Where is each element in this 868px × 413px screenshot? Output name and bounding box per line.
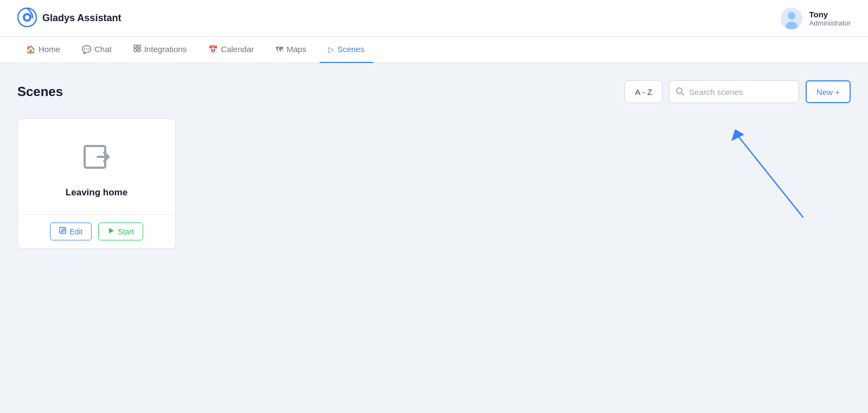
edit-label: Edit bbox=[69, 227, 82, 236]
nav-item-chat[interactable]: 💬 Chat bbox=[73, 37, 120, 63]
scenes-icon: ▷ bbox=[328, 45, 334, 54]
leaving-home-icon bbox=[80, 141, 113, 177]
svg-point-4 bbox=[788, 12, 795, 20]
scene-card: Leaving home Edit bbox=[17, 118, 176, 249]
svg-rect-8 bbox=[134, 49, 137, 52]
calendar-icon: 📅 bbox=[208, 45, 218, 54]
scene-card-footer: Edit Start bbox=[18, 214, 175, 248]
search-icon bbox=[675, 87, 684, 97]
edit-button[interactable]: Edit bbox=[50, 223, 92, 240]
edit-icon bbox=[59, 227, 67, 236]
user-info: Tony Administrator bbox=[809, 10, 851, 27]
start-label: Start bbox=[118, 227, 134, 236]
nav: 🏠 Home 💬 Chat Integrations 📅 Calendar 🗺 … bbox=[0, 37, 868, 63]
page-controls: A - Z New + bbox=[624, 80, 851, 103]
nav-label-calendar: Calendar bbox=[221, 45, 254, 54]
logo-icon bbox=[17, 8, 37, 29]
scene-name: Leaving home bbox=[66, 187, 127, 198]
nav-label-home: Home bbox=[39, 45, 60, 54]
nav-item-integrations[interactable]: Integrations bbox=[125, 37, 195, 63]
scenes-grid: Leaving home Edit bbox=[17, 118, 851, 249]
search-input[interactable] bbox=[669, 80, 799, 103]
nav-label-scenes: Scenes bbox=[337, 45, 365, 54]
nav-item-home[interactable]: 🏠 Home bbox=[17, 37, 69, 63]
home-icon: 🏠 bbox=[26, 45, 35, 54]
header: Gladys Assistant Tony Administrator bbox=[0, 0, 868, 37]
svg-rect-9 bbox=[138, 49, 141, 52]
avatar bbox=[781, 8, 802, 29]
user-role: Administrator bbox=[809, 19, 851, 27]
app-title: Gladys Assistant bbox=[42, 12, 121, 24]
main-content: Scenes A - Z New + bbox=[0, 63, 868, 413]
page-header: Scenes A - Z New + bbox=[17, 80, 851, 103]
start-icon bbox=[107, 227, 115, 236]
user-name: Tony bbox=[809, 10, 828, 19]
svg-rect-7 bbox=[138, 45, 141, 48]
page-title: Scenes bbox=[17, 84, 63, 99]
new-button[interactable]: New + bbox=[806, 80, 851, 103]
search-wrapper bbox=[669, 80, 799, 103]
chat-icon: 💬 bbox=[82, 45, 91, 54]
integrations-icon bbox=[133, 45, 141, 54]
maps-icon: 🗺 bbox=[276, 45, 283, 54]
svg-marker-15 bbox=[109, 228, 114, 233]
nav-item-calendar[interactable]: 📅 Calendar bbox=[200, 37, 263, 63]
nav-label-maps: Maps bbox=[286, 45, 307, 54]
nav-item-scenes[interactable]: ▷ Scenes bbox=[320, 37, 373, 63]
nav-item-maps[interactable]: 🗺 Maps bbox=[267, 37, 315, 63]
sort-button[interactable]: A - Z bbox=[624, 80, 662, 103]
svg-rect-6 bbox=[134, 45, 137, 48]
header-left: Gladys Assistant bbox=[17, 8, 121, 29]
svg-line-11 bbox=[681, 93, 684, 95]
svg-point-2 bbox=[25, 15, 29, 20]
header-right: Tony Administrator bbox=[781, 8, 851, 29]
scene-card-body: Leaving home bbox=[18, 119, 175, 214]
nav-label-chat: Chat bbox=[94, 45, 112, 54]
start-button[interactable]: Start bbox=[98, 223, 143, 240]
nav-label-integrations: Integrations bbox=[144, 45, 187, 54]
